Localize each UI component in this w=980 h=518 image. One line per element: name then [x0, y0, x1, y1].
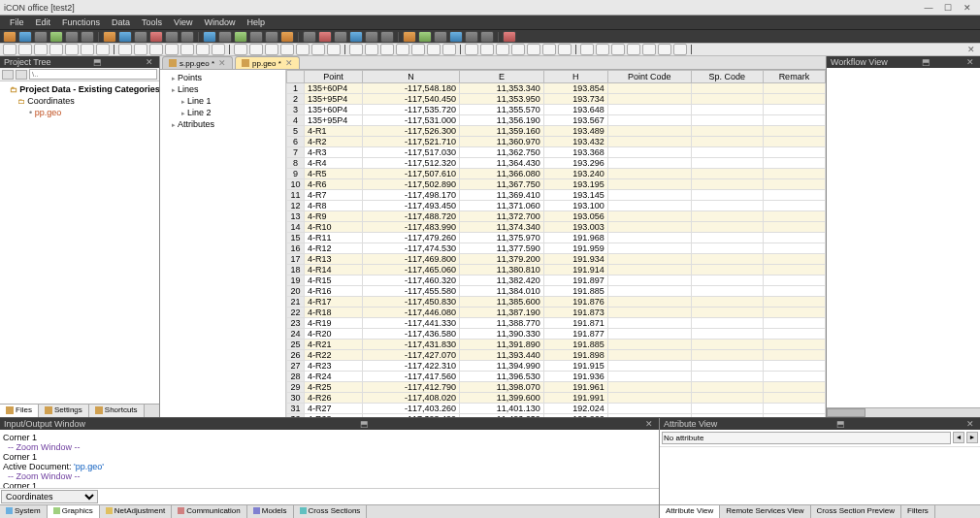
bottom-tab-models[interactable]: Models [247, 505, 294, 518]
toolbar-button-14[interactable] [234, 31, 247, 43]
close-button[interactable]: ✕ [959, 2, 976, 14]
attr-tab-filters[interactable]: Filters [901, 505, 935, 518]
toolbar-button-23[interactable] [380, 31, 394, 43]
table-row[interactable]: 3135+60P4-117,535.72011,355.570193.648 [287, 105, 826, 115]
toolbar2-button-40[interactable] [658, 44, 671, 55]
toolbar2-button-4[interactable] [65, 44, 79, 55]
grid-header[interactable]: Point Code [607, 71, 691, 83]
toolbar-button-1[interactable] [18, 31, 32, 43]
toolbar2-button-23[interactable] [380, 44, 394, 55]
toolbar2-button-33[interactable] [542, 44, 556, 55]
subtree-line-1[interactable]: Line 1 [162, 95, 283, 107]
grid-header[interactable]: N [363, 71, 460, 83]
table-row[interactable]: 154-R11-117,479.26011,375.970191.968 [287, 233, 826, 243]
toolbar2-button-6[interactable] [96, 44, 110, 55]
tree-root[interactable]: Project Data - Existing Categories [2, 83, 157, 95]
table-row[interactable]: 144-R10-117,483.99011,374.340193.003 [287, 222, 826, 233]
toolbar-button-19[interactable] [318, 31, 332, 43]
table-row[interactable]: 314-R27-117,403.26011,401.130192.024 [287, 404, 826, 414]
toolbar2-button-34[interactable] [558, 44, 572, 55]
panel-close-icon[interactable]: ✕ [964, 419, 976, 429]
grid-header[interactable]: E [460, 71, 544, 83]
toolbar2-button-39[interactable] [642, 44, 656, 55]
toolbar2-button-22[interactable] [365, 44, 378, 55]
subtree-lines[interactable]: Lines [162, 83, 283, 95]
toolbar-button-8[interactable] [134, 31, 147, 43]
table-row[interactable]: 284-R24-117,417.56011,396.530191.936 [287, 372, 826, 382]
panel-pin-icon[interactable]: ⬒ [920, 57, 932, 67]
io-category-select[interactable]: Coordinates [1, 490, 98, 503]
minimize-button[interactable]: — [920, 2, 937, 14]
toolbar-button-13[interactable] [218, 31, 232, 43]
table-row[interactable]: 274-R23-117,422.31011,394.990191.915 [287, 361, 826, 372]
bottom-tab-cross-sections[interactable]: Cross Sections [294, 505, 368, 518]
attr-tab-attribute-view[interactable]: Attribute View [660, 505, 720, 518]
toolbar2-button-37[interactable] [611, 44, 625, 55]
toolbar2-button-10[interactable] [165, 44, 179, 55]
toolbar2-button-35[interactable] [580, 44, 594, 55]
table-row[interactable]: 4135+95P4-117,531.00011,356.190193.567 [287, 115, 826, 126]
toolbar2-button-3[interactable] [49, 44, 63, 55]
toolbar2-button-21[interactable] [349, 44, 363, 55]
toolbar-button-18[interactable] [303, 31, 316, 43]
io-text[interactable]: Corner 1 -- Zoom Window --Corner 1Active… [0, 430, 659, 488]
table-row[interactable]: 244-R20-117,436.58011,390.330191.877 [287, 329, 826, 340]
toolbar2-button-36[interactable] [596, 44, 609, 55]
toolbar2-button-41[interactable] [673, 44, 687, 55]
toolbar2-button-7[interactable] [118, 44, 132, 55]
tree-collapse-button[interactable] [2, 70, 14, 80]
data-grid[interactable]: PointNEHPoint CodeSp. CodeRemark1135+60P… [286, 70, 826, 417]
table-row[interactable]: 214-R17-117,450.83011,385.600191.876 [287, 297, 826, 308]
tab-close[interactable]: ✕ [218, 58, 226, 68]
toolbar2-button-18[interactable] [296, 44, 310, 55]
attr-next-button[interactable]: ► [966, 432, 978, 443]
table-row[interactable]: 2135+95P4-117,540.45011,353.950193.734 [287, 94, 826, 105]
table-row[interactable]: 174-R13-117,469.80011,379.200191.934 [287, 254, 826, 265]
table-row[interactable]: 124-R8-117,493.45011,371.060193.100 [287, 201, 826, 211]
table-row[interactable]: 194-R15-117,460.32011,382.420191.897 [287, 275, 826, 286]
maximize-button[interactable]: ☐ [939, 2, 957, 14]
toolbar2-button-31[interactable] [511, 44, 525, 55]
table-row[interactable]: 234-R19-117,441.33011,388.770191.871 [287, 318, 826, 329]
toolbar-button-9[interactable] [149, 31, 163, 43]
doc-tab[interactable]: s.pp.geo *✕ [162, 56, 233, 69]
toolbar-button-4[interactable] [65, 31, 79, 43]
tree-filter-input[interactable] [29, 69, 157, 80]
grid-header[interactable]: Remark [763, 71, 825, 83]
panel-pin-icon[interactable]: ⬒ [834, 419, 847, 429]
toolbar2-button-14[interactable] [234, 44, 247, 55]
table-row[interactable]: 1135+60P4-117,548.18011,353.340193.854 [287, 83, 826, 94]
table-row[interactable]: 54-R1-117,526.30011,359.160193.489 [287, 126, 826, 137]
table-row[interactable]: 134-R9-117,488.72011,372.700193.056 [287, 211, 826, 222]
menu-window[interactable]: Window [198, 17, 241, 27]
panel-pin-icon[interactable]: ⬒ [91, 57, 104, 67]
toolbar-button-25[interactable] [418, 31, 432, 43]
menu-edit[interactable]: Edit [30, 17, 57, 27]
scrollbar-h[interactable] [827, 407, 980, 417]
bottom-tab-netadjustment[interactable]: NetAdjustment [100, 505, 172, 518]
toolbar-button-15[interactable] [249, 31, 263, 43]
toolbar2-button-20[interactable] [327, 44, 341, 55]
toolbar2-button-24[interactable] [396, 44, 409, 55]
toolbar2-button-9[interactable] [149, 44, 163, 55]
bottom-tab-communication[interactable]: Communication [172, 505, 247, 518]
toolbar2-button-19[interactable] [311, 44, 325, 55]
bottom-tab-graphics[interactable]: Graphics [48, 505, 100, 518]
tree-folder-coordinates[interactable]: Coordinates [2, 95, 157, 107]
toolbar2-button-1[interactable] [18, 44, 32, 55]
toolbar2-button-13[interactable] [212, 44, 225, 55]
left-tab-shortcuts[interactable]: Shortcuts [89, 405, 145, 417]
left-tab-settings[interactable]: Settings [39, 405, 89, 417]
toolbar-button-29[interactable] [480, 31, 494, 43]
menu-help[interactable]: Help [241, 17, 271, 27]
grid-header[interactable]: H [543, 71, 607, 83]
table-row[interactable]: 94-R5-117,507.61011,366.080193.240 [287, 169, 826, 179]
subtree-line-2[interactable]: Line 2 [162, 107, 283, 118]
toolbar-button-6[interactable] [103, 31, 116, 43]
doc-tab[interactable]: pp.geo *✕ [235, 56, 300, 69]
table-row[interactable]: 74-R3-117,517.03011,362.750193.368 [287, 147, 826, 158]
toolbar2-close[interactable]: ✕ [966, 45, 976, 54]
toolbar-button-10[interactable] [165, 31, 179, 43]
table-row[interactable]: 64-R2-117,521.71011,360.970193.432 [287, 137, 826, 147]
table-row[interactable]: 224-R18-117,446.08011,387.190191.873 [287, 308, 826, 318]
